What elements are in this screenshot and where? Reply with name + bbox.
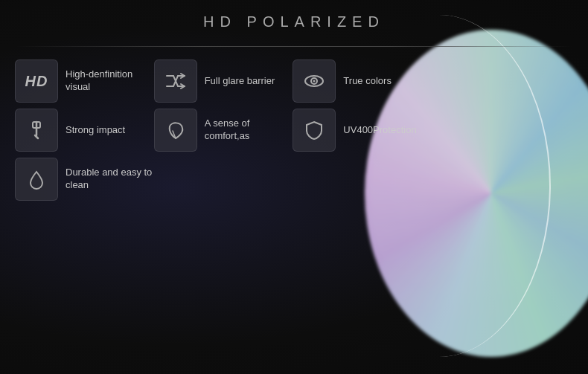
features-grid: HD High-denfinition visual Full glare ba… (15, 59, 432, 207)
leaf-icon (164, 119, 187, 141)
hammer-icon (25, 119, 48, 141)
shuffle-icon (164, 70, 187, 92)
strong-impact-icon-box (15, 109, 58, 152)
eye-icon (303, 70, 325, 92)
feature-row-1: HD High-denfinition visual Full glare ba… (15, 59, 432, 103)
durable-label: Durable and easy to clean (65, 167, 153, 192)
true-colors-label: True colors (343, 75, 392, 88)
hd-visual-label: High-denfinition visual (65, 68, 150, 94)
shield-icon (303, 119, 325, 141)
feature-strong-impact: Strong impact (15, 109, 150, 152)
uv-protection-icon-box (293, 109, 336, 152)
svg-line-5 (35, 135, 38, 138)
durable-icon-box (15, 158, 58, 201)
svg-point-2 (313, 80, 316, 83)
glare-label: Full glare barrier (205, 75, 275, 88)
feature-row-3: Durable and easy to clean (15, 158, 432, 201)
drop-icon (25, 168, 48, 190)
strong-impact-label: Strong impact (65, 124, 125, 137)
uv-protection-label: UV400Protection (343, 124, 416, 137)
hd-icon: HD (25, 73, 48, 90)
feature-true-colors: True colors (293, 59, 428, 103)
feature-durable: Durable and easy to clean (15, 158, 153, 201)
hd-visual-icon-box: HD (15, 59, 58, 103)
feature-hd-visual: HD High-denfinition visual (15, 59, 150, 103)
comfort-label: A sense of comfort,as (205, 117, 290, 143)
glare-icon-box (154, 59, 197, 103)
feature-glare: Full glare barrier (154, 59, 290, 103)
page-title: HD POLARIZED (203, 13, 385, 30)
feature-row-2: Strong impact A sense of comfort,as (15, 109, 432, 152)
comfort-icon-box (154, 109, 197, 152)
divider (15, 46, 573, 47)
feature-comfort: A sense of comfort,as (154, 109, 290, 152)
true-colors-icon-box (293, 59, 336, 103)
title-section: HD POLARIZED (0, 13, 588, 30)
feature-uv-protection: UV400Protection (293, 109, 428, 152)
page: HD POLARIZED HD High-denfinition visual (0, 0, 588, 374)
